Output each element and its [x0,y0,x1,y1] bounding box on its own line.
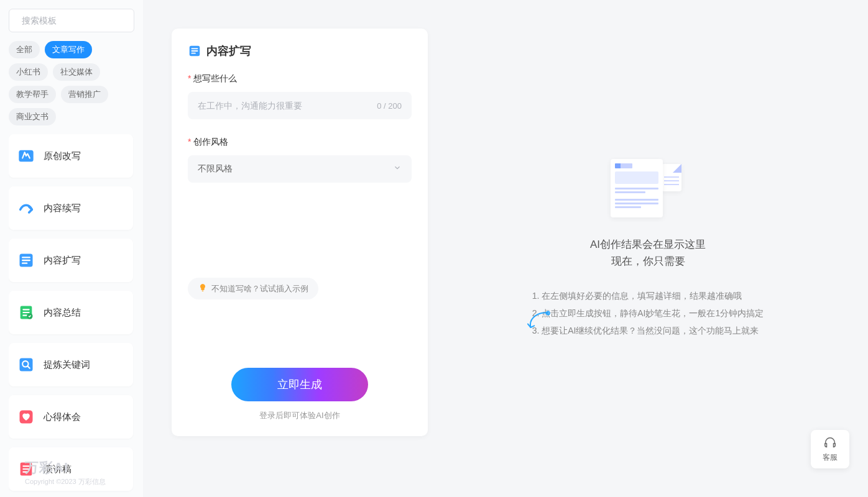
headset-icon [823,436,837,450]
login-hint: 登录后即可体验AI创作 [188,410,412,421]
template-label: 原创改写 [44,150,81,162]
result-step: 3. 想要让AI继续优化结果？当然没问题，这个功能马上就来 [532,322,764,339]
continue-icon [17,199,35,217]
template-item[interactable]: 内容扩写 [9,239,133,282]
result-title-line2: 现在，你只需要 [590,253,706,270]
customer-service-label: 客服 [823,452,838,463]
result-panel: AI创作结果会在显示这里 现在，你只需要 1. 在左侧填好必要的信息，填写越详细… [428,29,868,497]
customer-service-button[interactable]: 客服 [811,430,849,468]
template-item[interactable]: 内容总结 [9,291,133,334]
footer: 万彩AI Copyright ©2023 万彩信息 [25,459,106,486]
bulb-icon [198,283,208,294]
category-tag[interactable]: 营销推广 [61,86,108,103]
form-title-text: 内容扩写 [206,43,251,58]
example-hint-text: 不知道写啥？试试插入示例 [211,283,308,294]
summary-icon [17,304,35,321]
char-count: 0 / 200 [377,101,402,111]
result-title-line1: AI创作结果会在显示这里 [590,236,706,253]
search-box[interactable] [9,9,134,32]
svg-rect-11 [202,291,204,291]
style-value: 不限风格 [198,163,233,175]
form-panel: 内容扩写 *想写些什么 0 / 200 *创作风格 不限风格 [172,29,428,436]
template-item[interactable]: 原创改写 [9,134,133,178]
style-select[interactable]: 不限风格 [188,155,412,183]
result-step: 1. 在左侧填好必要的信息，填写越详细，结果越准确哦 [532,287,764,304]
category-tag[interactable]: 文章写作 [45,41,92,58]
document-illustration [611,159,685,221]
template-label: 内容扩写 [44,255,81,267]
q1-input[interactable] [198,101,402,111]
svg-rect-6 [20,358,33,372]
sidebar: 全部文章写作小红书社交媒体教学帮手营销推广商业文书 原创改写内容续写内容扩写内容… [0,0,143,497]
search-input[interactable] [22,16,131,25]
template-label: 提炼关键词 [44,359,90,371]
generate-button[interactable]: 立即生成 [231,368,368,401]
expand-icon [188,44,201,58]
heart-icon [17,408,35,426]
template-label: 内容续写 [44,203,81,214]
template-item[interactable]: 提炼关键词 [9,343,133,386]
q2-label: *创作风格 [188,137,412,148]
main: 内容扩写 *想写些什么 0 / 200 *创作风格 不限风格 [143,0,868,497]
expand-icon [17,252,35,269]
q1-label: *想写些什么 [188,73,412,84]
category-tag[interactable]: 社交媒体 [53,63,100,81]
keywords-icon [17,356,35,373]
result-head: AI创作结果会在显示这里 现在，你只需要 [590,236,706,270]
category-tag[interactable]: 小红书 [9,63,48,81]
q1-input-wrap[interactable]: 0 / 200 [188,92,412,119]
category-tag[interactable]: 全部 [9,41,40,58]
template-label: 内容总结 [44,307,81,319]
brand-logo: 万彩AI [25,459,106,477]
pencil-icon [17,147,35,165]
form-title: 内容扩写 [188,43,412,58]
result-steps: 1. 在左侧填好必要的信息，填写越详细，结果越准确哦2. 点击立即生成按钮，静待… [532,287,764,339]
category-tag[interactable]: 商业文书 [9,108,56,125]
chevron-down-icon [393,163,402,175]
template-label: 心得体会 [44,411,81,423]
copyright: Copyright ©2023 万彩信息 [25,477,106,486]
category-tag[interactable]: 教学帮手 [9,86,56,103]
required-mark: * [188,73,191,83]
curly-arrow-icon [520,309,553,340]
template-item[interactable]: 心得体会 [9,395,133,439]
tag-list: 全部文章写作小红书社交媒体教学帮手营销推广商业文书 [9,41,134,125]
example-hint[interactable]: 不知道写啥？试试插入示例 [188,278,318,299]
required-mark: * [188,137,191,147]
template-list: 原创改写内容续写内容扩写内容总结提炼关键词心得体会演讲稿 [9,134,134,497]
result-step: 2. 点击立即生成按钮，静待AI妙笔生花，一般在1分钟内搞定 [532,304,764,322]
template-item[interactable]: 内容续写 [9,186,133,230]
